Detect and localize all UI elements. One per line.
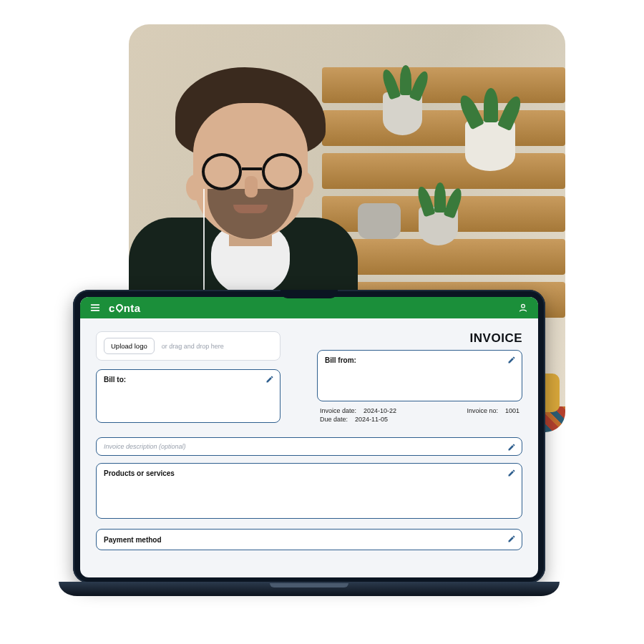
invoice-form: Upload logo or drag and drop here Bill t…	[80, 318, 538, 577]
products-panel[interactable]: Products or services	[96, 463, 522, 519]
pencil-icon[interactable]	[507, 469, 516, 477]
due-date-value: 2024-11-05	[355, 416, 388, 423]
logo-upload-box[interactable]: Upload logo or drag and drop here	[96, 331, 280, 361]
invoice-date-label: Invoice date:	[320, 407, 356, 414]
bill-from-panel[interactable]: Bill from:	[317, 350, 522, 401]
upload-hint: or drag and drop here	[162, 343, 224, 350]
products-label: Products or services	[104, 469, 175, 477]
invoice-no-label: Invoice no:	[467, 407, 498, 414]
app-header: cnta	[80, 297, 538, 318]
bill-to-label: Bill to:	[104, 376, 126, 384]
bill-to-panel[interactable]: Bill to:	[96, 369, 280, 423]
upload-logo-button[interactable]: Upload logo	[104, 338, 155, 354]
invoice-description-panel[interactable]	[96, 437, 522, 456]
app-screen: cnta Upload logo or drag and drop	[80, 297, 538, 577]
invoice-meta: Invoice date: 2024-10-22 Due date: 2024-…	[317, 407, 522, 424]
pencil-icon[interactable]	[265, 375, 274, 384]
invoice-title: INVOICE	[317, 331, 522, 346]
pencil-icon[interactable]	[507, 443, 516, 452]
menu-icon[interactable]	[89, 301, 102, 314]
brand-logo: cnta	[109, 302, 140, 314]
svg-point-3	[522, 304, 525, 308]
user-icon[interactable]	[517, 301, 530, 314]
due-date-label: Due date:	[320, 416, 348, 423]
pencil-icon[interactable]	[507, 356, 516, 364]
payment-method-label: Payment method	[104, 536, 162, 544]
laptop-mockup: cnta Upload logo or drag and drop	[59, 290, 560, 626]
pencil-icon[interactable]	[507, 535, 516, 543]
invoice-no-value: 1001	[505, 407, 519, 414]
invoice-date-value: 2024-10-22	[364, 407, 396, 414]
payment-method-panel[interactable]: Payment method	[96, 529, 522, 550]
bill-from-label: Bill from:	[325, 356, 356, 364]
invoice-description-input[interactable]	[104, 443, 514, 450]
